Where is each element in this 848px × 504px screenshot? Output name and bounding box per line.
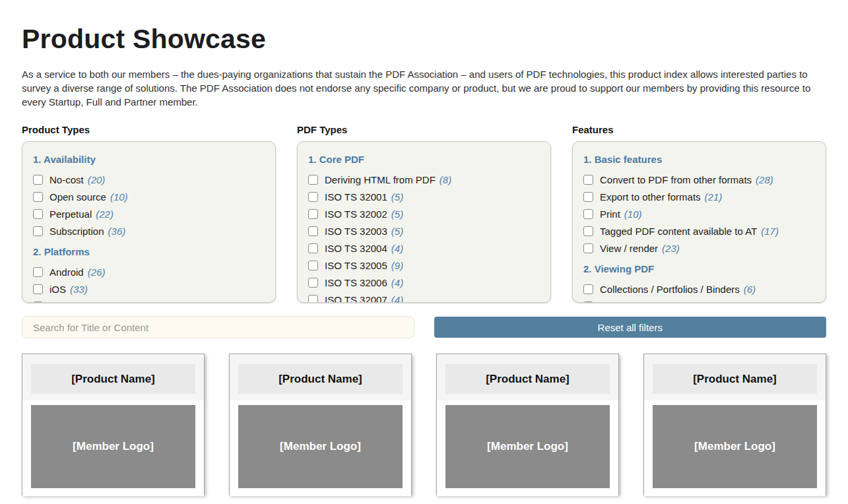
checkbox[interactable] (308, 243, 318, 253)
checkbox[interactable] (33, 175, 43, 185)
filter-item-count: (4) (391, 243, 403, 254)
member-logo-placeholder: [Member Logo] (445, 405, 610, 488)
product-name: [Product Name] (445, 364, 610, 394)
product-card[interactable]: [Product Name] [Member Logo] (22, 354, 205, 495)
checkbox[interactable] (583, 209, 593, 219)
filter-item[interactable]: ISO TS 32005 (9) (308, 257, 540, 274)
filter-item[interactable]: iOS (33) (33, 280, 265, 298)
intro-paragraph: As a service to both our members – the d… (22, 67, 826, 109)
filter-item-label: View / render (600, 243, 658, 254)
filter-item[interactable]: ISO TS 32002 (5) (308, 205, 540, 222)
reset-all-filters-button[interactable]: Reset all filters (434, 317, 827, 338)
filter-item[interactable]: Android (26) (33, 263, 265, 280)
filter-group-heading: 2. Platforms (33, 246, 265, 257)
filter-item-label: Tagged PDF content available to AT (600, 226, 757, 237)
filter-checkbox-list[interactable]: 1. Basic features Convert to PDF from ot… (572, 141, 826, 303)
checkbox[interactable] (33, 192, 43, 202)
filter-item[interactable]: Tagged PDF content available to AT (17) (583, 222, 815, 239)
checkbox[interactable] (583, 226, 593, 236)
filter-item[interactable]: ISO TS 32003 (5) (308, 222, 540, 239)
product-card-header: [Product Name] (644, 354, 826, 400)
product-name: [Product Name] (653, 364, 817, 394)
filter-item-label: Print (600, 208, 620, 220)
product-card-header: [Product Name] (230, 354, 411, 400)
filter-item-label: Convert to PDF from other formats (600, 174, 752, 185)
product-card[interactable]: [Product Name] [Member Logo] (436, 354, 619, 495)
checkbox[interactable] (583, 284, 593, 294)
filter-item-count: (26) (88, 267, 106, 278)
checkbox[interactable] (308, 261, 318, 270)
filter-item[interactable]: Open source (10) (33, 188, 265, 205)
filters-row: Product Types 1. Availability No-cost (2… (22, 124, 826, 303)
filter-item-count: (21) (705, 191, 723, 203)
filter-item[interactable]: Deriving HTML from PDF (8) (308, 171, 540, 188)
filter-item[interactable]: ISO TS 32006 (4) (308, 274, 540, 291)
filter-item[interactable]: No-cost (20) (33, 171, 265, 188)
page-title: Product Showcase (22, 24, 826, 55)
checkbox[interactable] (33, 284, 43, 294)
checkbox[interactable] (308, 192, 318, 202)
filter-item-label: ISO TS 32003 (325, 226, 387, 237)
checkbox[interactable] (583, 301, 593, 303)
filter-item[interactable]: Collections / Portfolios / Binders (6) (583, 280, 815, 298)
filter-item-label: ISO TS 32005 (325, 260, 387, 271)
filter-item-label: ISO TS 32001 (325, 191, 387, 203)
product-card-body: [Member Logo] (22, 400, 204, 496)
filter-item-label: Deriving HTML from PDF (325, 174, 436, 185)
checkbox[interactable] (583, 175, 593, 185)
filter-item-count: (23) (662, 243, 680, 254)
filter-item[interactable]: Print (10) (583, 205, 815, 222)
member-logo-placeholder: [Member Logo] (653, 405, 817, 488)
checkbox[interactable] (308, 209, 318, 219)
filter-item-label: ISO TS 32004 (325, 243, 387, 254)
filter-column: Features 1. Basic features Convert to PD… (572, 124, 826, 303)
filter-item-label: Subscription (49, 226, 104, 237)
filter-item[interactable]: View / render (23) (583, 239, 815, 257)
filter-column-title: Features (572, 124, 826, 135)
checkbox[interactable] (308, 295, 318, 303)
filter-item[interactable]: ISO TS 32001 (5) (308, 188, 540, 205)
filter-item[interactable]: ISO TS 32007 (4) (308, 291, 540, 303)
filter-item-label: ISO TS 32007 (325, 294, 387, 303)
checkbox[interactable] (33, 209, 43, 219)
checkbox[interactable] (33, 301, 43, 303)
filter-item[interactable]: Subscription (36) (33, 222, 265, 239)
filter-item-label: Perpetual (49, 208, 92, 220)
product-cards-row: [Product Name] [Member Logo] [Product Na… (22, 354, 826, 495)
filter-item[interactable]: Linux (75) (33, 298, 265, 303)
checkbox[interactable] (308, 226, 318, 236)
checkbox[interactable] (33, 267, 43, 277)
checkbox[interactable] (33, 226, 43, 236)
page-container: Product Showcase As a service to both ou… (22, 24, 826, 495)
filter-item[interactable]: Perpetual (22) (33, 205, 265, 222)
filter-item[interactable]: Display XMP metadata (6) (583, 298, 815, 303)
filter-column: Product Types 1. Availability No-cost (2… (22, 124, 276, 303)
product-card[interactable]: [Product Name] [Member Logo] (229, 354, 412, 495)
product-card[interactable]: [Product Name] [Member Logo] (643, 354, 826, 495)
checkbox[interactable] (308, 278, 318, 288)
filter-item-label: Display XMP metadata (600, 301, 700, 303)
filter-checkbox-list[interactable]: 1. Availability No-cost (20) Open source… (22, 141, 276, 303)
filter-checkbox-list[interactable]: 1. Core PDF Deriving HTML from PDF (8) I… (297, 141, 551, 303)
checkbox[interactable] (583, 243, 593, 253)
search-input[interactable] (22, 316, 414, 338)
filter-item-label: Open source (49, 191, 106, 203)
member-logo-placeholder: [Member Logo] (31, 405, 195, 488)
filter-item-label: iOS (49, 284, 66, 295)
actions-row: Reset all filters (22, 316, 826, 338)
product-card-header: [Product Name] (437, 354, 618, 400)
filter-item[interactable]: Convert to PDF from other formats (28) (583, 171, 815, 188)
filter-item-label: Collections / Portfolios / Binders (600, 284, 740, 295)
product-name: [Product Name] (238, 364, 403, 394)
filter-item[interactable]: ISO TS 32004 (4) (308, 239, 540, 257)
filter-item-count: (4) (391, 277, 403, 288)
filter-column-title: Product Types (22, 124, 276, 135)
checkbox[interactable] (583, 192, 593, 202)
filter-group-heading: 1. Availability (33, 154, 265, 165)
filter-item[interactable]: Export to other formats (21) (583, 188, 815, 205)
checkbox[interactable] (308, 175, 318, 185)
product-card-body: [Member Logo] (230, 400, 411, 496)
member-logo-placeholder: [Member Logo] (238, 405, 403, 488)
filter-group-heading: 1. Core PDF (308, 154, 540, 165)
product-card-body: [Member Logo] (644, 400, 826, 496)
